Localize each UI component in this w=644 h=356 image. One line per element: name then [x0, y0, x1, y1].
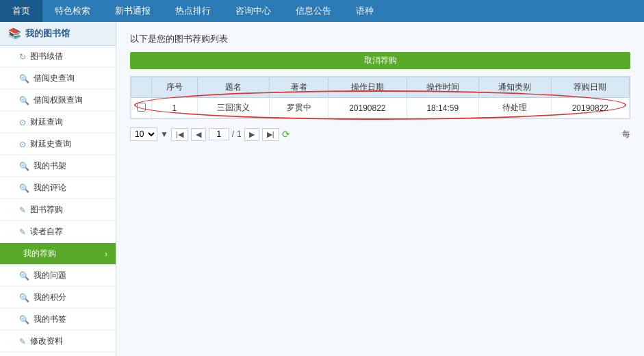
refresh-button[interactable]: ⟳ — [282, 129, 290, 140]
row-checkbox[interactable] — [137, 103, 146, 112]
sidebar-item-renew[interactable]: ↻ 图书续借 — [0, 46, 116, 68]
column-purchase-date: 荐购日期 — [551, 77, 629, 98]
column-author: 著者 — [270, 77, 329, 98]
column-op-time: 操作时间 — [407, 77, 479, 98]
sidebar-item-book-recommend[interactable]: ✎ 图书荐购 — [0, 199, 116, 221]
column-op-date: 操作日期 — [329, 77, 407, 98]
search-icon-7: 🔍 — [19, 315, 29, 325]
search-icon-5: 🔍 — [19, 271, 29, 281]
main-layout: 📚 我的图书馆 ↻ 图书续借 🔍 借阅史查询 🔍 借阅权限查询 ⊙ 财延查询 ⊙… — [0, 22, 644, 356]
nav-special-search[interactable]: 特色检索 — [42, 0, 103, 22]
sidebar-header: 📚 我的图书馆 — [0, 22, 116, 46]
sidebar-title: 我的图书馆 — [25, 27, 70, 40]
row-op-time: 18:14:59 — [407, 98, 479, 118]
search-icon-6: 🔍 — [19, 293, 29, 303]
top-navigation: 首页 特色检索 新书通报 热点排行 咨询中心 信息公告 语种 — [0, 0, 644, 22]
nav-notice[interactable]: 信息公告 — [283, 0, 344, 22]
table-header-row: 序号 题名 著者 操作日期 操作时间 通知类别 荐购日期 — [131, 77, 630, 98]
cancel-purchase-button[interactable]: 取消荐购 — [130, 52, 630, 69]
nav-consult[interactable]: 咨询中心 — [223, 0, 283, 22]
sidebar-item-my-shelf[interactable]: 🔍 我的书架 — [0, 155, 116, 177]
sidebar-item-fine-history[interactable]: ⊙ 财延史查询 — [0, 134, 116, 155]
table-body: 1 三国演义 罗贯中 20190822 18:14:59 待处理 2019082… — [131, 98, 630, 118]
edit-icon-3: ✎ — [19, 337, 26, 346]
sidebar-item-my-points[interactable]: 🔍 我的积分 — [0, 287, 116, 309]
current-page-input[interactable] — [209, 128, 229, 140]
row-author: 罗贯中 — [270, 98, 329, 118]
table-row: 1 三国演义 罗贯中 20190822 18:14:59 待处理 2019082… — [131, 98, 630, 118]
nav-hot-ranking[interactable]: 热点排行 — [163, 0, 223, 22]
purchase-table-container: 序号 题名 著者 操作日期 操作时间 通知类别 荐购日期 1 三国演义 罗 — [130, 76, 630, 119]
prev-page-button[interactable]: ◀ — [191, 128, 206, 141]
per-page-label: 每 — [622, 129, 630, 140]
dropdown-arrow-icon: ▼ — [160, 129, 168, 139]
pagination-bar: 10 20 50 ▼ |◀ ◀ / 1 ▶ ▶| ⟳ 每 — [130, 127, 630, 141]
last-page-button[interactable]: ▶| — [262, 128, 279, 141]
chevron-right-icon: › — [105, 249, 107, 259]
row-purchase-date: 20190822 — [551, 98, 629, 118]
sidebar-item-my-bookmark[interactable]: 🔍 我的书签 — [0, 309, 116, 331]
circle-icon-1: ⊙ — [19, 118, 26, 127]
column-checkbox — [131, 77, 152, 98]
nav-home[interactable]: 首页 — [0, 0, 42, 22]
search-icon-2: 🔍 — [19, 96, 29, 105]
book-icon: 📚 — [8, 27, 21, 40]
sidebar-item-my-review[interactable]: 🔍 我的评论 — [0, 177, 116, 199]
page-separator: / — [232, 129, 234, 139]
sidebar-item-reader-recommend[interactable]: ✎ 读者自荐 — [0, 221, 116, 243]
content-title: 以下是您的图书荐购列表 — [130, 33, 630, 45]
sidebar-item-change-password[interactable]: ✎ 修改密码 — [0, 353, 116, 356]
edit-icon-2: ✎ — [19, 227, 26, 237]
renew-icon: ↻ — [19, 52, 26, 62]
row-checkbox-cell — [131, 98, 152, 118]
row-title: 三国演义 — [197, 98, 270, 118]
search-icon-4: 🔍 — [19, 183, 29, 193]
column-seq: 序号 — [152, 77, 198, 98]
sidebar-item-my-purchase[interactable]: 我的荐购 › — [0, 243, 116, 265]
column-notify-type: 通知类别 — [479, 77, 552, 98]
next-page-button[interactable]: ▶ — [244, 128, 259, 141]
column-title: 题名 — [197, 77, 270, 98]
sidebar-item-borrow-history[interactable]: 🔍 借阅史查询 — [0, 68, 116, 90]
sidebar: 📚 我的图书馆 ↻ 图书续借 🔍 借阅史查询 🔍 借阅权限查询 ⊙ 财延查询 ⊙… — [0, 22, 116, 356]
per-page-select[interactable]: 10 20 50 — [130, 127, 157, 141]
row-seq: 1 — [152, 98, 198, 118]
sidebar-item-edit-profile[interactable]: ✎ 修改资料 — [0, 331, 116, 353]
total-pages: 1 — [237, 129, 242, 139]
nav-language[interactable]: 语种 — [344, 0, 386, 22]
content-area: 以下是您的图书荐购列表 取消荐购 序号 题名 著者 操作日期 操作时间 通知类别… — [116, 22, 644, 356]
circle-icon-2: ⊙ — [19, 140, 26, 149]
sidebar-item-fine[interactable]: ⊙ 财延查询 — [0, 112, 116, 134]
purchase-table: 序号 题名 著者 操作日期 操作时间 通知类别 荐购日期 1 三国演义 罗 — [131, 77, 630, 118]
row-notify-type: 待处理 — [479, 98, 552, 118]
edit-icon-1: ✎ — [19, 205, 26, 215]
search-icon-3: 🔍 — [19, 162, 29, 171]
row-op-date: 20190822 — [329, 98, 407, 118]
first-page-button[interactable]: |◀ — [171, 128, 188, 141]
search-icon-1: 🔍 — [19, 74, 29, 84]
sidebar-item-my-question[interactable]: 🔍 我的问题 — [0, 265, 116, 287]
nav-new-books[interactable]: 新书通报 — [103, 0, 163, 22]
sidebar-item-borrow-limit[interactable]: 🔍 借阅权限查询 — [0, 90, 116, 112]
